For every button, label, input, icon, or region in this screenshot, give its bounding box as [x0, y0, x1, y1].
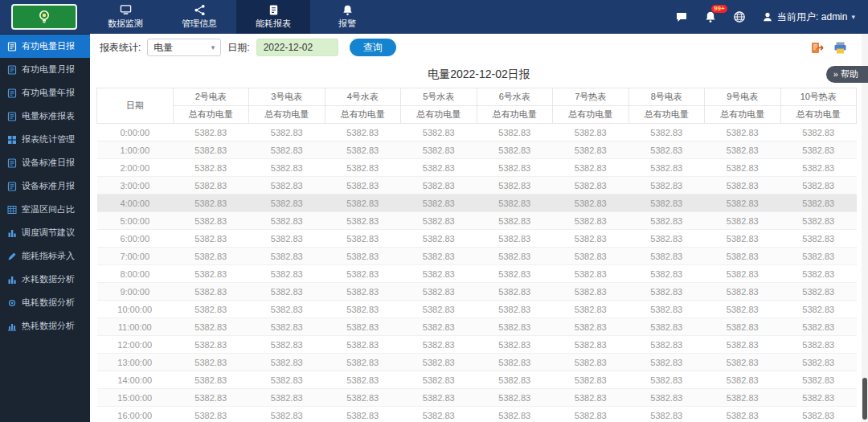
- help-button[interactable]: » 帮助: [826, 66, 868, 83]
- value-cell: 5382.83: [705, 248, 781, 265]
- nav-label: 数据监测: [108, 18, 143, 30]
- table-row[interactable]: 1:00:005382.835382.835382.835382.835382.…: [97, 141, 857, 159]
- value-cell: 5382.83: [401, 177, 477, 195]
- table-row[interactable]: 16:00:005382.835382.835382.835382.835382…: [97, 407, 857, 422]
- query-button[interactable]: 查询: [350, 39, 396, 56]
- scrollbar[interactable]: [862, 34, 868, 422]
- value-cell: 5382.83: [173, 177, 249, 195]
- value-cell: 5382.83: [705, 124, 781, 141]
- sidebar-item-label: 有功电量年报: [22, 87, 75, 99]
- sidebar-item[interactable]: 水耗数据分析: [0, 268, 90, 291]
- app-logo[interactable]: [11, 4, 77, 30]
- value-cell: 5382.83: [173, 354, 249, 371]
- chart-icon: [7, 322, 17, 331]
- value-cell: 5382.83: [780, 265, 857, 283]
- table-row[interactable]: 10:00:005382.835382.835382.835382.835382…: [97, 301, 857, 318]
- time-cell: 4:00:00: [97, 195, 174, 212]
- value-cell: 5382.83: [705, 177, 781, 195]
- table-row[interactable]: 14:00:005382.835382.835382.835382.835382…: [97, 371, 857, 389]
- value-cell: 5382.83: [780, 159, 857, 177]
- table-row[interactable]: 0:00:005382.835382.835382.835382.835382.…: [97, 124, 857, 141]
- sidebar-item[interactable]: 调度调节建议: [0, 221, 90, 244]
- value-cell: 5382.83: [325, 301, 401, 318]
- table-row[interactable]: 13:00:005382.835382.835382.835382.835382…: [97, 354, 857, 371]
- sidebar-item[interactable]: 热耗数据分析: [0, 314, 90, 338]
- bell-icon[interactable]: 99+: [704, 10, 717, 23]
- time-cell: 12:00:00: [97, 336, 174, 354]
- col-header-meter: 5号水表: [401, 88, 477, 106]
- value-cell: 5382.83: [628, 212, 705, 230]
- sidebar-item-label: 设备标准日报: [22, 157, 75, 169]
- user-icon: [762, 11, 773, 23]
- sidebar-item-label: 有功电量月报: [22, 64, 75, 76]
- pencil-icon: [7, 252, 17, 261]
- value-cell: 5382.83: [705, 212, 781, 230]
- value-cell: 5382.83: [173, 283, 249, 301]
- sidebar-item[interactable]: 有功电量日报: [0, 35, 90, 58]
- sidebar-item[interactable]: 室温区间占比: [0, 198, 90, 221]
- sidebar-item[interactable]: 报表统计管理: [0, 128, 90, 151]
- sidebar-item[interactable]: 有功电量月报: [0, 58, 90, 81]
- nav-item-share[interactable]: 管理信息: [162, 0, 236, 34]
- report-type-value: 电量: [154, 41, 173, 55]
- nav-item-alarm[interactable]: 报警: [310, 0, 384, 34]
- bars-icon: [7, 275, 17, 285]
- table-row[interactable]: 11:00:005382.835382.835382.835382.835382…: [97, 318, 857, 336]
- chevron-down-icon: ▾: [851, 13, 855, 21]
- value-cell: 5382.83: [628, 389, 705, 407]
- globe-icon[interactable]: [733, 10, 746, 23]
- sidebar-item[interactable]: 设备标准月报: [0, 174, 90, 198]
- value-cell: 5382.83: [325, 159, 401, 177]
- main-area: 有功电量日报有功电量月报有功电量年报电量标准报表报表统计管理设备标准日报设备标准…: [0, 34, 868, 422]
- bars-icon: [7, 228, 17, 238]
- value-cell: 5382.83: [553, 159, 629, 177]
- table-row[interactable]: 6:00:005382.835382.835382.835382.835382.…: [97, 230, 857, 248]
- user-menu[interactable]: 当前用户: admin ▾: [762, 10, 855, 24]
- table-row[interactable]: 5:00:005382.835382.835382.835382.835382.…: [97, 212, 857, 230]
- value-cell: 5382.83: [705, 283, 781, 301]
- value-cell: 5382.83: [477, 283, 553, 301]
- table-row[interactable]: 7:00:005382.835382.835382.835382.835382.…: [97, 248, 857, 265]
- table-row[interactable]: 12:00:005382.835382.835382.835382.835382…: [97, 336, 857, 354]
- sidebar-item[interactable]: 电量标准报表: [0, 104, 90, 128]
- value-cell: 5382.83: [249, 283, 326, 301]
- chat-icon[interactable]: [675, 10, 688, 23]
- value-cell: 5382.83: [401, 265, 477, 283]
- print-icon[interactable]: [833, 41, 847, 55]
- value-cell: 5382.83: [628, 371, 705, 389]
- value-cell: 5382.83: [553, 283, 629, 301]
- table-row[interactable]: 2:00:005382.835382.835382.835382.835382.…: [97, 159, 857, 177]
- value-cell: 5382.83: [249, 354, 326, 371]
- value-cell: 5382.83: [173, 336, 249, 354]
- report-title: 电量2022-12-02日报: [90, 61, 868, 88]
- sidebar-item-label: 热耗数据分析: [22, 320, 75, 332]
- table-row[interactable]: 3:00:005382.835382.835382.835382.835382.…: [97, 177, 857, 195]
- date-input[interactable]: 2022-12-02: [256, 39, 338, 56]
- nav-item-document[interactable]: 能耗报表: [236, 0, 310, 34]
- table-row[interactable]: 4:00:005382.835382.835382.835382.835382.…: [97, 195, 857, 212]
- value-cell: 5382.83: [553, 141, 629, 159]
- col-header-meter: 8号电表: [628, 88, 705, 106]
- report-type-select[interactable]: 电量 ▾: [147, 39, 221, 56]
- scrollbar-thumb[interactable]: [862, 378, 867, 420]
- time-cell: 9:00:00: [97, 283, 174, 301]
- value-cell: 5382.83: [780, 141, 857, 159]
- value-cell: 5382.83: [780, 212, 857, 230]
- table-row[interactable]: 15:00:005382.835382.835382.835382.835382…: [97, 389, 857, 407]
- col-subheader: 总有功电量: [705, 106, 781, 124]
- sidebar-item[interactable]: 能耗指标录入: [0, 244, 90, 268]
- table-row[interactable]: 9:00:005382.835382.835382.835382.835382.…: [97, 283, 857, 301]
- sidebar-item[interactable]: 电耗数据分析: [0, 291, 90, 314]
- value-cell: 5382.83: [249, 230, 326, 248]
- col-subheader: 总有功电量: [780, 106, 857, 124]
- value-cell: 5382.83: [553, 407, 629, 422]
- sidebar-item[interactable]: 设备标准日报: [0, 151, 90, 174]
- sidebar-item[interactable]: 有功电量年报: [0, 81, 90, 104]
- value-cell: 5382.83: [628, 195, 705, 212]
- value-cell: 5382.83: [628, 141, 705, 159]
- value-cell: 5382.83: [173, 159, 249, 177]
- nav-item-monitor[interactable]: 数据监测: [88, 0, 162, 34]
- export-icon[interactable]: [810, 41, 824, 55]
- table-row[interactable]: 8:00:005382.835382.835382.835382.835382.…: [97, 265, 857, 283]
- value-cell: 5382.83: [325, 124, 401, 141]
